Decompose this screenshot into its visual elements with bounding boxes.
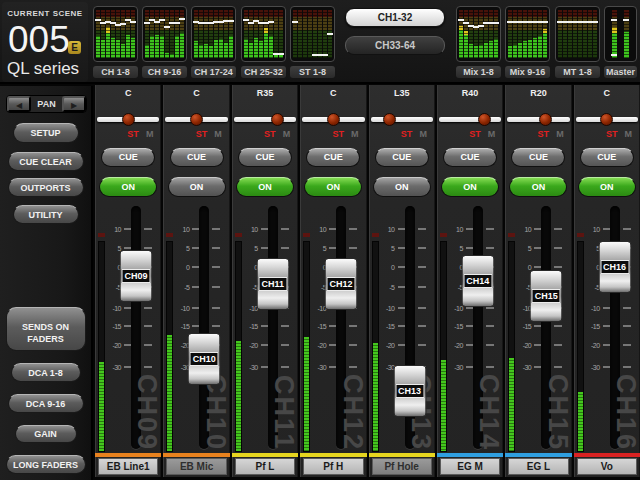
pan-knob[interactable] <box>600 113 613 126</box>
pan-slider[interactable] <box>232 107 298 129</box>
fader-handle[interactable]: CH16 <box>598 241 631 293</box>
stereo-assign-indicator: ST <box>332 129 344 139</box>
channel-strip: R40 STM CUE ON 1050-5-10-15-20-30 CH14 C… <box>437 85 503 477</box>
meter-group[interactable]: CH 1-8 <box>93 6 138 78</box>
fader-area: 1050-5-10-15-20-30 CH12 CH12 <box>300 199 366 453</box>
cue-button[interactable]: CUE <box>375 148 429 167</box>
fader-channel-label: CH11 <box>258 277 287 291</box>
on-button[interactable]: ON <box>578 177 636 197</box>
pan-slider[interactable] <box>300 107 366 129</box>
outports-button[interactable]: OUTPORTS <box>8 178 84 197</box>
on-button[interactable]: ON <box>373 177 431 197</box>
channel-name-button[interactable]: EG L <box>508 458 568 475</box>
meter-group[interactable]: Master <box>604 6 637 78</box>
meter-group-label: CH 25-32 <box>241 66 286 78</box>
on-button[interactable]: ON <box>236 177 294 197</box>
assign-indicators: STM <box>538 129 564 139</box>
setup-button[interactable]: SETUP <box>13 123 79 143</box>
on-button[interactable]: ON <box>99 177 157 197</box>
meter-group[interactable]: ST 1-8 <box>290 6 335 78</box>
fader-handle[interactable]: CH13 <box>393 365 426 417</box>
fader-handle[interactable]: CH12 <box>325 258 358 310</box>
meter-fill <box>373 343 378 451</box>
pan-knob[interactable] <box>539 113 552 126</box>
clip-indicator <box>372 233 379 237</box>
fader-handle[interactable]: CH10 <box>188 333 221 385</box>
meter-group[interactable]: CH 17-24 <box>191 6 236 78</box>
cue-button[interactable]: CUE <box>101 148 155 167</box>
meter-fill <box>578 392 583 451</box>
pan-prev-arrow-icon[interactable]: ◀ <box>7 96 31 112</box>
fader-handle[interactable]: CH14 <box>461 255 494 307</box>
on-button[interactable]: ON <box>168 177 226 197</box>
dca-9-16-button[interactable]: DCA 9-16 <box>8 394 84 413</box>
channel-strip: C STM CUE ON 1050-5-10-15-20-30 CH16 CH1… <box>574 85 640 477</box>
pan-knob[interactable] <box>190 113 203 126</box>
meter-group[interactable]: Mix 1-8 <box>456 6 501 78</box>
cue-button[interactable]: CUE <box>170 148 224 167</box>
gain-button[interactable]: GAIN <box>15 425 77 443</box>
pan-slider[interactable] <box>505 107 571 129</box>
assign-indicators: STM <box>401 129 427 139</box>
pan-slider[interactable] <box>163 107 229 129</box>
meter-group-label: Mix 9-16 <box>505 66 550 78</box>
sends-on-faders-button[interactable]: SENDS ONFADERS <box>6 307 86 351</box>
pan-knob[interactable] <box>271 113 284 126</box>
mono-assign-indicator: M <box>556 129 564 139</box>
fader-handle[interactable]: CH09 <box>120 250 153 302</box>
channel-color-stripe <box>95 453 161 457</box>
pan-slider[interactable] <box>369 107 435 129</box>
bank-button-ch1-32[interactable]: CH1-32 <box>345 8 445 27</box>
mono-assign-indicator: M <box>283 129 291 139</box>
mono-assign-indicator: M <box>625 129 633 139</box>
channel-name-button[interactable]: Pf H <box>303 458 363 475</box>
channel-name-button[interactable]: EG M <box>440 458 500 475</box>
stereo-assign-indicator: ST <box>469 129 481 139</box>
fader-handle[interactable]: CH11 <box>256 258 289 310</box>
mono-assign-indicator: M <box>214 129 222 139</box>
fader-area: 1050-5-10-15-20-30 CH16 CH16 <box>574 199 640 453</box>
channel-strip: R20 STM CUE ON 1050-5-10-15-20-30 CH15 C… <box>505 85 571 477</box>
pan-next-arrow-icon[interactable]: ▶ <box>62 96 86 112</box>
channel-color-stripe <box>300 453 366 457</box>
clip-indicator <box>166 233 173 237</box>
assign-indicators: STM <box>606 129 632 139</box>
pan-slider[interactable] <box>574 107 640 129</box>
channel-name-button[interactable]: Vo <box>577 458 637 475</box>
fader-handle[interactable]: CH15 <box>530 270 563 322</box>
long-faders-button[interactable]: LONG FADERS <box>6 455 86 474</box>
cue-button[interactable]: CUE <box>511 148 565 167</box>
cue-button[interactable]: CUE <box>238 148 292 167</box>
meter-group[interactable]: MT 1-8 <box>555 6 600 78</box>
pan-value: R35 <box>232 88 298 98</box>
meter-group[interactable]: Mix 9-16 <box>505 6 550 78</box>
current-scene-box[interactable]: CURRENT SCENE 005 E QL series <box>2 2 88 82</box>
pan-knob[interactable] <box>383 113 396 126</box>
channel-name-button[interactable]: EB Line1 <box>98 458 158 475</box>
channel-name-button[interactable]: EB Mic <box>166 458 226 475</box>
pan-knob[interactable] <box>478 113 491 126</box>
pan-knob[interactable] <box>327 113 340 126</box>
clip-indicator <box>440 233 447 237</box>
cue-button[interactable]: CUE <box>306 148 360 167</box>
channel-name-button[interactable]: Pf L <box>235 458 295 475</box>
cue-clear-button[interactable]: CUE CLEAR <box>8 152 84 171</box>
fader-area: 1050-5-10-15-20-30 CH13 CH13 <box>369 199 435 453</box>
bank-button-ch33-64[interactable]: CH33-64 <box>345 36 445 55</box>
dca-1-8-button[interactable]: DCA 1-8 <box>11 363 81 382</box>
channel-name-button[interactable]: Pf Hole <box>372 458 432 475</box>
pan-slider[interactable] <box>437 107 503 129</box>
utility-button[interactable]: UTILITY <box>13 205 79 224</box>
pan-knob[interactable] <box>122 113 135 126</box>
on-button[interactable]: ON <box>304 177 362 197</box>
pan-slider[interactable] <box>95 107 161 129</box>
pan-track <box>439 117 501 122</box>
meter-group[interactable]: CH 25-32 <box>241 6 286 78</box>
cue-button[interactable]: CUE <box>443 148 497 167</box>
cue-button[interactable]: CUE <box>580 148 634 167</box>
meter-group[interactable]: CH 9-16 <box>142 6 187 78</box>
on-button[interactable]: ON <box>441 177 499 197</box>
fader-channel-label: CH14 <box>463 274 492 288</box>
meter-group-label: Master <box>604 66 637 78</box>
on-button[interactable]: ON <box>509 177 567 197</box>
